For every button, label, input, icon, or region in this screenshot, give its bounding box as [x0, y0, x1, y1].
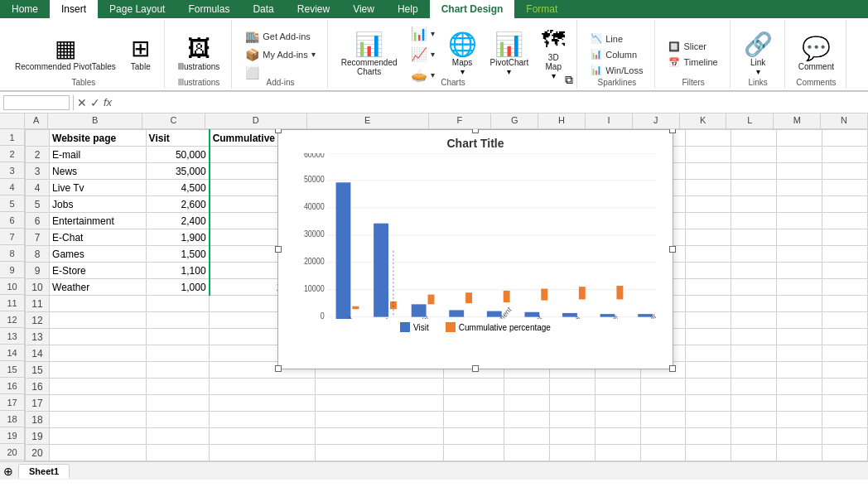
resize-handle-bottom-right[interactable] [669, 365, 676, 372]
cell-a6[interactable]: 6 [26, 213, 50, 229]
row-num-6[interactable]: 6 [0, 212, 24, 229]
row-num-11[interactable]: 11 [0, 295, 24, 311]
cell-n13[interactable] [822, 329, 868, 345]
row-num-7[interactable]: 7 [0, 229, 24, 245]
cell-c20[interactable] [146, 445, 210, 461]
cell-m5[interactable] [777, 196, 822, 213]
cell-k14[interactable] [686, 345, 731, 362]
cell-a17[interactable]: 17 [26, 395, 50, 412]
cell-k17[interactable] [686, 395, 731, 412]
illustrations-button[interactable]: 🖼 Illustrations [173, 34, 225, 75]
col-header-a[interactable]: A [25, 113, 48, 128]
winloss-sparkline-button[interactable]: 📊 Win/Loss [586, 63, 648, 77]
cell-c5[interactable]: 2,600 [146, 196, 210, 213]
row-num-10[interactable]: 10 [0, 278, 24, 295]
cell-h17[interactable] [549, 395, 595, 412]
bar-chart-button[interactable]: 📊 ▾ [406, 24, 440, 43]
tab-data[interactable]: Data [241, 0, 285, 18]
cell-a8[interactable]: 8 [26, 246, 50, 263]
cell-k6[interactable] [686, 213, 731, 229]
cell-n1[interactable] [822, 130, 868, 147]
cell-c2[interactable]: 50,000 [146, 147, 210, 163]
cell-b15[interactable] [50, 362, 147, 379]
cell-e16[interactable] [316, 379, 444, 395]
row-num-16[interactable]: 16 [0, 378, 24, 394]
cell-b3[interactable]: News [50, 163, 147, 180]
cell-f20[interactable] [443, 445, 504, 461]
col-header-i[interactable]: I [586, 113, 633, 128]
cell-n6[interactable] [822, 213, 868, 229]
cell-b4[interactable]: Live Tv [50, 180, 147, 196]
cell-m17[interactable] [777, 395, 822, 412]
col-header-f[interactable]: F [429, 113, 492, 128]
cell-b1[interactable]: Website page [50, 130, 147, 147]
cell-b8[interactable]: Games [50, 246, 147, 263]
cell-n5[interactable] [822, 196, 868, 213]
cell-l11[interactable] [731, 296, 777, 312]
cell-k16[interactable] [686, 379, 731, 395]
cell-n8[interactable] [822, 246, 868, 263]
cell-l8[interactable] [731, 246, 777, 263]
row-num-4[interactable]: 4 [0, 179, 24, 195]
cell-n12[interactable] [822, 312, 868, 329]
cell-d16[interactable] [210, 379, 316, 395]
cell-f19[interactable] [443, 428, 504, 445]
cell-c6[interactable]: 2,400 [146, 213, 210, 229]
cancel-formula-icon[interactable]: ✕ [77, 96, 87, 109]
resize-handle-bottom-center[interactable] [472, 365, 479, 372]
tab-page-layout[interactable]: Page Layout [98, 0, 176, 18]
sheet-tab-1[interactable]: Sheet1 [18, 464, 70, 479]
col-header-m[interactable]: M [774, 113, 821, 128]
row-num-5[interactable]: 5 [0, 195, 24, 212]
tab-chart-design[interactable]: Chart Design [430, 0, 515, 18]
cell-c4[interactable]: 4,500 [146, 180, 210, 196]
cell-j16[interactable] [640, 379, 686, 395]
cell-a9[interactable]: 9 [26, 263, 50, 279]
cell-g18[interactable] [504, 412, 549, 428]
cell-k7[interactable] [686, 229, 731, 246]
cell-b5[interactable]: Jobs [50, 196, 147, 213]
cell-k12[interactable] [686, 312, 731, 329]
cell-c17[interactable] [146, 395, 210, 412]
cell-k2[interactable] [686, 147, 731, 163]
cell-a14[interactable]: 14 [26, 345, 50, 362]
cell-a3[interactable]: 3 [26, 163, 50, 180]
cell-i16[interactable] [595, 379, 640, 395]
cell-m10[interactable] [777, 279, 822, 296]
add-sheet-button[interactable]: ⊕ [3, 465, 13, 478]
cell-f17[interactable] [443, 395, 504, 412]
cell-m18[interactable] [777, 412, 822, 428]
cell-a4[interactable]: 4 [26, 180, 50, 196]
cell-a11[interactable]: 11 [26, 296, 50, 312]
cell-d17[interactable] [210, 395, 316, 412]
cell-a18[interactable]: 18 [26, 412, 50, 428]
row-num-18[interactable]: 18 [0, 411, 24, 427]
cell-j20[interactable] [640, 445, 686, 461]
confirm-formula-icon[interactable]: ✓ [90, 96, 100, 109]
cell-c18[interactable] [146, 412, 210, 428]
cell-b7[interactable]: E-Chat [50, 229, 147, 246]
row-num-19[interactable]: 19 [0, 427, 24, 444]
cell-l10[interactable] [731, 279, 777, 296]
cell-d20[interactable] [210, 445, 316, 461]
cell-m19[interactable] [777, 428, 822, 445]
comment-button[interactable]: 💬 Comment [793, 34, 839, 75]
col-header-c[interactable]: C [142, 113, 205, 128]
cell-n4[interactable] [822, 180, 868, 196]
cell-n18[interactable] [822, 412, 868, 428]
col-header-k[interactable]: K [680, 113, 727, 128]
cell-a15[interactable]: 15 [26, 362, 50, 379]
cell-h16[interactable] [549, 379, 595, 395]
cell-m20[interactable] [777, 445, 822, 461]
tab-help[interactable]: Help [386, 0, 430, 18]
cell-k8[interactable] [686, 246, 731, 263]
cell-b14[interactable] [50, 345, 147, 362]
cell-k13[interactable] [686, 329, 731, 345]
maps-button[interactable]: 🌐 Maps ▾ [443, 30, 482, 80]
cell-g17[interactable] [504, 395, 549, 412]
cell-b2[interactable]: E-mail [50, 147, 147, 163]
cell-e17[interactable] [316, 395, 444, 412]
cell-m4[interactable] [777, 180, 822, 196]
cell-b17[interactable] [50, 395, 147, 412]
name-box[interactable] [3, 95, 70, 110]
